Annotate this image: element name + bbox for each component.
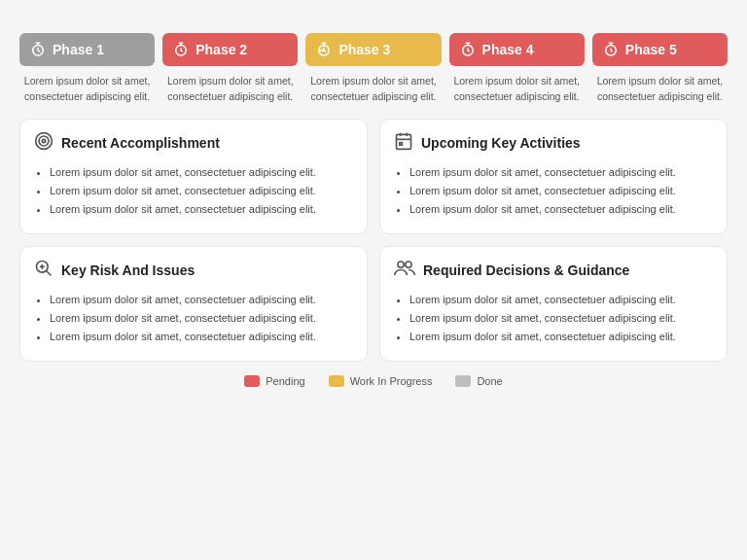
legend: PendingWork In ProgressDone <box>19 375 728 387</box>
phase-button-5[interactable]: Phase 5 <box>592 33 728 66</box>
svg-point-6 <box>39 136 49 146</box>
phase-label: Phase 5 <box>625 42 677 57</box>
list-item: Lorem ipsum dolor sit amet, consectetuer… <box>50 311 353 326</box>
card-activities: Upcoming Key ActivitiesLorem ipsum dolor… <box>379 119 728 234</box>
card-title-decisions: Required Decisions & Guidance <box>423 262 629 278</box>
list-item: Lorem ipsum dolor sit amet, consectetuer… <box>50 165 353 180</box>
svg-point-17 <box>398 262 404 267</box>
timer-icon <box>315 41 333 58</box>
svg-rect-8 <box>397 134 411 149</box>
phase-col-5: Phase 5Lorem ipsum dolor sit amet, conse… <box>592 33 728 105</box>
people-icon <box>394 259 415 283</box>
legend-dot <box>455 375 471 387</box>
card-list-decisions: Lorem ipsum dolor sit amet, consectetuer… <box>394 293 713 345</box>
card-title-accomplishment: Recent Accomplishment <box>61 135 220 151</box>
card-decisions: Required Decisions & GuidanceLorem ipsum… <box>379 246 728 362</box>
phase-label: Phase 4 <box>482 42 534 57</box>
phase-col-4: Phase 4Lorem ipsum dolor sit amet, conse… <box>449 33 585 105</box>
phase-label: Phase 2 <box>196 42 247 57</box>
list-item: Lorem ipsum dolor sit amet, consectetuer… <box>409 202 713 217</box>
list-item: Lorem ipsum dolor sit amet, consectetuer… <box>409 330 713 344</box>
phase-button-3[interactable]: Phase 3 <box>305 33 441 66</box>
phase-col-1: Phase 1Lorem ipsum dolor sit amet, conse… <box>19 33 155 105</box>
timer-icon <box>29 41 47 58</box>
svg-point-18 <box>406 262 411 267</box>
phase-desc: Lorem ipsum dolor sit amet, consectetuer… <box>592 74 728 105</box>
calendar-icon <box>394 131 413 156</box>
timer-icon <box>459 41 477 58</box>
phase-col-2: Phase 2Lorem ipsum dolor sit amet, conse… <box>162 33 298 105</box>
legend-item-work-in-progress: Work In Progress <box>329 375 433 387</box>
list-item: Lorem ipsum dolor sit amet, consectetuer… <box>409 165 713 180</box>
card-accomplishment: Recent AccomplishmentLorem ipsum dolor s… <box>19 119 368 234</box>
search-icon <box>34 259 53 283</box>
card-header-accomplishment: Recent Accomplishment <box>34 131 353 156</box>
svg-point-7 <box>42 139 45 142</box>
list-item: Lorem ipsum dolor sit amet, consectetuer… <box>50 293 353 307</box>
phase-button-4[interactable]: Phase 4 <box>449 33 585 66</box>
list-item: Lorem ipsum dolor sit amet, consectetuer… <box>409 184 713 198</box>
bottom-grid: Recent AccomplishmentLorem ipsum dolor s… <box>19 119 728 362</box>
card-list-activities: Lorem ipsum dolor sit amet, consectetuer… <box>394 165 713 218</box>
list-item: Lorem ipsum dolor sit amet, consectetuer… <box>50 330 353 344</box>
card-header-decisions: Required Decisions & Guidance <box>394 259 713 283</box>
legend-dot <box>244 375 260 387</box>
svg-line-14 <box>47 270 52 275</box>
timer-icon <box>172 41 190 58</box>
phase-label: Phase 3 <box>338 42 390 57</box>
phase-desc: Lorem ipsum dolor sit amet, consectetuer… <box>305 74 441 105</box>
card-list-accomplishment: Lorem ipsum dolor sit amet, consectetuer… <box>34 165 353 218</box>
card-header-risks: Key Risk And Issues <box>34 259 353 283</box>
phase-col-3: Phase 3Lorem ipsum dolor sit amet, conse… <box>305 33 441 105</box>
target-icon <box>34 131 53 156</box>
card-header-activities: Upcoming Key Activities <box>394 131 713 156</box>
timer-icon <box>602 41 620 58</box>
legend-label: Pending <box>266 375 304 387</box>
phase-button-1[interactable]: Phase 1 <box>19 33 155 66</box>
list-item: Lorem ipsum dolor sit amet, consectetuer… <box>50 202 353 217</box>
svg-rect-12 <box>400 142 403 145</box>
legend-label: Work In Progress <box>350 375 433 387</box>
phases-row: Phase 1Lorem ipsum dolor sit amet, conse… <box>19 33 728 105</box>
legend-label: Done <box>477 375 502 387</box>
list-item: Lorem ipsum dolor sit amet, consectetuer… <box>409 311 713 326</box>
card-title-risks: Key Risk And Issues <box>61 262 195 278</box>
legend-item-done: Done <box>455 375 502 387</box>
phase-label: Phase 1 <box>53 42 104 57</box>
phase-desc: Lorem ipsum dolor sit amet, consectetuer… <box>19 74 155 105</box>
phase-button-2[interactable]: Phase 2 <box>162 33 298 66</box>
card-risks: Key Risk And IssuesLorem ipsum dolor sit… <box>19 246 368 362</box>
list-item: Lorem ipsum dolor sit amet, consectetuer… <box>409 293 713 307</box>
phase-desc: Lorem ipsum dolor sit amet, consectetuer… <box>162 74 298 105</box>
card-list-risks: Lorem ipsum dolor sit amet, consectetuer… <box>34 293 353 345</box>
phase-desc: Lorem ipsum dolor sit amet, consectetuer… <box>449 74 585 105</box>
card-title-activities: Upcoming Key Activities <box>421 135 581 151</box>
legend-item-pending: Pending <box>244 375 304 387</box>
list-item: Lorem ipsum dolor sit amet, consectetuer… <box>50 184 353 198</box>
legend-dot <box>329 375 344 387</box>
